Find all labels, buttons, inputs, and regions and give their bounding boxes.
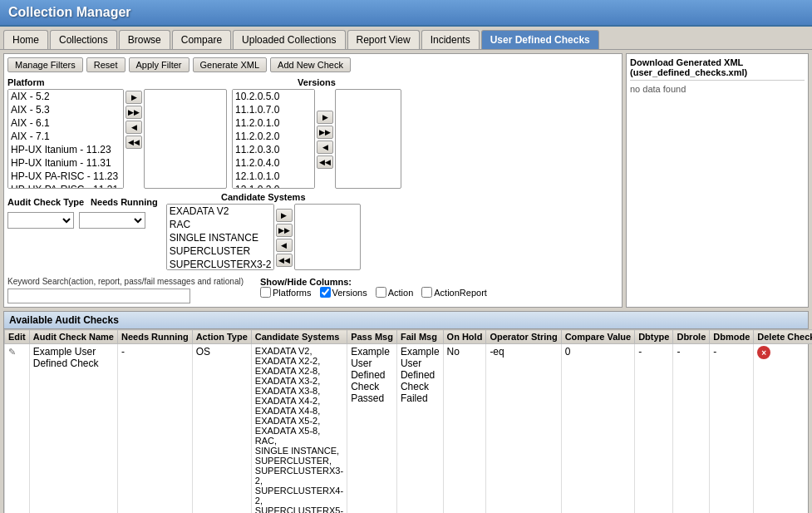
candidate-systems-label: Candidate Systems xyxy=(166,192,361,202)
show-hide-section: Show/Hide Columns: Platforms Versions Ac… xyxy=(260,277,487,298)
platform-move-all-left[interactable]: ◀◀ xyxy=(125,136,142,149)
col-operator-string: Operator String xyxy=(486,330,561,344)
col-dbrole: Dbrole xyxy=(673,330,710,344)
keyword-search-input[interactable] xyxy=(7,289,190,303)
cell-on-hold: No xyxy=(443,344,486,514)
tab-home[interactable]: Home xyxy=(3,30,48,49)
candidate-move-right[interactable]: ▶ xyxy=(276,209,293,222)
tab-user-defined-checks[interactable]: User Defined Checks xyxy=(481,30,599,49)
cell-dbtype: - xyxy=(635,344,673,514)
needs-running-select[interactable]: Yes No xyxy=(79,212,145,229)
table-row: ✎ Example User Defined Check - OS EXADAT… xyxy=(5,344,813,514)
cell-action-type: OS xyxy=(192,344,251,514)
versions-label: Versions xyxy=(232,77,401,87)
show-hide-checkboxes: Platforms Versions Action ActionReport xyxy=(260,287,487,298)
right-panel: Download Generated XML (user_defined_che… xyxy=(626,53,809,308)
no-data-text: no data found xyxy=(630,84,805,94)
checkbox-action-input[interactable] xyxy=(376,287,386,298)
reset-button[interactable]: Reset xyxy=(86,57,125,72)
platform-list[interactable]: AIX - 5.2 AIX - 5.3 AIX - 6.1 AIX - 7.1 … xyxy=(7,89,124,189)
cell-edit[interactable]: ✎ xyxy=(5,344,30,514)
candidate-arrows: ▶ ▶▶ ◀ ◀◀ xyxy=(276,204,293,270)
col-compare-value: Compare Value xyxy=(561,330,634,344)
col-needs-running: Needs Running xyxy=(117,330,192,344)
add-new-check-button[interactable]: Add New Check xyxy=(270,57,351,72)
col-on-hold: On Hold xyxy=(443,330,486,344)
candidate-section: Candidate Systems EXADATA V2 RAC SINGLE … xyxy=(166,192,361,270)
platform-move-right[interactable]: ▶ xyxy=(125,91,142,104)
platform-move-all-right[interactable]: ▶▶ xyxy=(125,106,142,119)
audit-checks-section: Available Audit Checks Edit Audit Check … xyxy=(3,311,809,513)
tab-report-view[interactable]: Report View xyxy=(347,30,420,49)
cell-name: Example User Defined Check xyxy=(29,344,117,514)
edit-icon[interactable]: ✎ xyxy=(8,347,16,357)
app-title: Collection Manager xyxy=(8,5,804,20)
versions-move-right[interactable]: ▶ xyxy=(317,111,333,124)
delete-button[interactable]: × xyxy=(757,346,770,359)
platform-selected-list[interactable] xyxy=(144,89,227,189)
left-panel: Manage Filters Reset Apply Filter Genera… xyxy=(3,53,623,308)
tab-browse[interactable]: Browse xyxy=(119,30,170,49)
right-panel-title: Download Generated XML (user_defined_che… xyxy=(630,57,805,81)
platform-arrows: ▶ ▶▶ ◀ ◀◀ xyxy=(125,89,142,149)
checkbox-versions-input[interactable] xyxy=(320,287,331,298)
cell-needs-running: - xyxy=(117,344,192,514)
col-action-type: Action Type xyxy=(192,330,251,344)
platform-label: Platform xyxy=(7,77,227,87)
col-candidate-systems: Candidate Systems xyxy=(251,330,347,344)
needs-running-label: Needs Running xyxy=(91,197,158,207)
versions-move-all-left[interactable]: ◀◀ xyxy=(317,155,333,169)
main-content: Manage Filters Reset Apply Filter Genera… xyxy=(0,50,812,311)
cell-candidate-systems: EXADATA V2, EXADATA X2-2, EXADATA X2-8, … xyxy=(251,344,347,514)
candidate-move-left[interactable]: ◀ xyxy=(276,239,293,252)
col-delete-check: Delete Check xyxy=(754,330,812,344)
cell-operator-string: -eq xyxy=(486,344,561,514)
apply-filter-button[interactable]: Apply Filter xyxy=(129,57,189,72)
checkbox-platforms[interactable]: Platforms xyxy=(260,287,311,298)
cell-fail-msg: Example User Defined Check Failed xyxy=(396,344,443,514)
nav-tabs: Home Collections Browse Compare Uploaded… xyxy=(0,27,812,50)
checkbox-action-report-input[interactable] xyxy=(421,287,432,298)
cell-dbmode: - xyxy=(710,344,754,514)
col-dbtype: Dbtype xyxy=(635,330,673,344)
keyword-search-section: Keyword Search(action, report, pass/fail… xyxy=(7,277,244,303)
candidate-selected-list[interactable] xyxy=(294,204,361,270)
show-hide-label: Show/Hide Columns: xyxy=(260,277,487,287)
keyword-show-row: Keyword Search(action, report, pass/fail… xyxy=(7,274,618,303)
checkbox-platforms-input[interactable] xyxy=(260,287,271,298)
versions-move-left[interactable]: ◀ xyxy=(317,141,333,154)
audit-type-section: Audit Check Type Needs Running Type 1 Ty… xyxy=(7,192,158,270)
generate-xml-button[interactable]: Generate XML xyxy=(193,57,268,72)
audit-check-type-label: Audit Check Type xyxy=(7,197,84,207)
versions-move-all-right[interactable]: ▶▶ xyxy=(317,126,333,139)
checkbox-versions[interactable]: Versions xyxy=(320,287,367,298)
versions-selected-list[interactable] xyxy=(335,89,401,189)
col-fail-msg: Fail Msg xyxy=(396,330,443,344)
candidate-move-all-right[interactable]: ▶▶ xyxy=(276,224,293,237)
tab-uploaded-collections[interactable]: Uploaded Collections xyxy=(233,30,345,49)
audit-table: Edit Audit Check Name Needs Running Acti… xyxy=(4,329,812,513)
manage-filters-button[interactable]: Manage Filters xyxy=(7,57,83,72)
audit-checks-header: Available Audit Checks xyxy=(4,312,808,329)
cell-delete[interactable]: × xyxy=(754,344,812,514)
checkbox-action[interactable]: Action xyxy=(376,287,414,298)
checkbox-action-report[interactable]: ActionReport xyxy=(421,287,487,298)
versions-section: Versions 10.2.0.5.0 11.1.0.7.0 11.2.0.1.… xyxy=(232,77,401,189)
col-edit: Edit xyxy=(5,330,30,344)
platform-move-left[interactable]: ◀ xyxy=(125,121,142,134)
versions-list[interactable]: 10.2.0.5.0 11.1.0.7.0 11.2.0.1.0 11.2.0.… xyxy=(232,89,315,189)
cell-compare-value: 0 xyxy=(561,344,634,514)
tab-compare[interactable]: Compare xyxy=(172,30,231,49)
platform-section: Platform AIX - 5.2 AIX - 5.3 AIX - 6.1 A… xyxy=(7,77,227,189)
versions-arrows: ▶ ▶▶ ◀ ◀◀ xyxy=(317,89,333,189)
keyword-label: Keyword Search(action, report, pass/fail… xyxy=(7,277,244,286)
app-header: Collection Manager xyxy=(0,0,812,27)
col-pass-msg: Pass Msg xyxy=(347,330,397,344)
tab-collections[interactable]: Collections xyxy=(50,30,117,49)
tab-incidents[interactable]: Incidents xyxy=(421,30,480,49)
audit-check-type-select[interactable]: Type 1 Type 2 xyxy=(7,212,74,229)
candidate-list[interactable]: EXADATA V2 RAC SINGLE INSTANCE SUPERCLUS… xyxy=(166,204,274,270)
toolbar: Manage Filters Reset Apply Filter Genera… xyxy=(7,57,618,72)
candidate-move-all-left[interactable]: ◀◀ xyxy=(276,254,293,267)
col-name: Audit Check Name xyxy=(29,330,117,344)
